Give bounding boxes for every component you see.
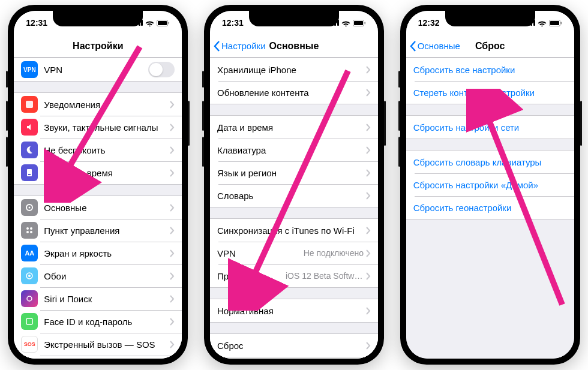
row-notifications[interactable]: Уведомления: [14, 93, 182, 116]
row-label: VPN: [217, 248, 304, 258]
phone-frame-2: 12:31 Настройки Основные Хранилище iPhon…: [204, 5, 384, 365]
row-vpn[interactable]: VPN VPN: [14, 58, 182, 81]
row-background-refresh[interactable]: Обновление контента: [210, 81, 378, 104]
svg-rect-5: [28, 174, 31, 175]
row-reset-location[interactable]: Сбросить геонастройки: [406, 196, 574, 219]
row-label: Не беспокоить: [44, 145, 170, 155]
back-label: Настройки: [221, 41, 266, 51]
row-general[interactable]: Основные: [14, 196, 182, 219]
chevron-right-icon: [366, 124, 371, 131]
row-regulatory[interactable]: Нормативная: [210, 299, 378, 322]
svg-point-14: [27, 296, 32, 301]
row-label: Сбросить словарь клавиатуры: [413, 157, 567, 167]
row-label: Синхронизация с iTunes по Wi-Fi: [217, 225, 366, 236]
row-sos[interactable]: SOS Экстренный вызов — SOS: [14, 333, 182, 356]
chevron-right-icon: [366, 227, 371, 234]
back-button[interactable]: Настройки: [214, 41, 266, 52]
row-storage[interactable]: Хранилище iPhone: [210, 58, 378, 81]
control-center-icon: [21, 222, 38, 239]
row-profile[interactable]: ПрофильiOS 12 Beta Software Profile: [210, 264, 378, 287]
chevron-right-icon: [366, 272, 371, 280]
svg-rect-1: [158, 21, 167, 25]
svg-point-13: [28, 275, 31, 277]
svg-rect-25: [560, 22, 562, 24]
row-faceid[interactable]: Face ID и код-пароль: [14, 310, 182, 333]
row-label: Сбросить настройки «Домой»: [413, 180, 567, 190]
row-wallpaper[interactable]: Обои: [14, 264, 182, 287]
row-label: Дата и время: [217, 122, 366, 133]
wifi-icon: [341, 20, 350, 26]
row-label: Словарь: [217, 191, 366, 201]
row-reset-network[interactable]: Сбросить настройки сети: [406, 116, 574, 139]
row-erase-all[interactable]: Стереть контент и настройки: [406, 81, 574, 104]
svg-point-9: [30, 227, 32, 230]
svg-rect-20: [354, 21, 363, 25]
row-keyboard[interactable]: Клавиатура: [210, 139, 378, 161]
chevron-right-icon: [170, 249, 175, 257]
wifi-icon: [538, 20, 547, 26]
chevron-right-icon: [366, 307, 371, 315]
row-detail: iOS 12 Beta Software Profile: [286, 271, 364, 281]
row-screentime[interactable]: Экранное время: [14, 161, 182, 184]
chevron-right-icon: [366, 89, 371, 97]
svg-point-10: [26, 231, 29, 233]
row-label: Уведомления: [44, 100, 170, 110]
row-datetime[interactable]: Дата и время: [210, 116, 378, 139]
svg-rect-15: [26, 318, 32, 324]
row-reset-home[interactable]: Сбросить настройки «Домой»: [406, 173, 574, 196]
row-label: Экстренный вызов — SOS: [44, 339, 170, 350]
row-label: Хранилище iPhone: [217, 65, 366, 75]
settings-list[interactable]: VPN VPN Уведомления Звуки, тактильные си…: [14, 58, 182, 359]
row-reset-keyboard-dict[interactable]: Сбросить словарь клавиатуры: [406, 151, 574, 173]
svg-point-7: [29, 207, 31, 209]
row-label: VPN: [44, 65, 148, 75]
svg-rect-2: [169, 22, 170, 24]
notch: [445, 11, 535, 26]
faceid-icon: [21, 313, 38, 330]
row-control-center[interactable]: Пункт управления: [14, 219, 182, 242]
reset-list[interactable]: Сбросить все настройки Стереть контент и…: [406, 58, 574, 359]
row-dnd[interactable]: Не беспокоить: [14, 139, 182, 161]
battery-icon: [549, 20, 562, 26]
battery-icon: [157, 20, 170, 26]
row-vpn-setting[interactable]: VPNНе подключено: [210, 242, 378, 264]
vpn-toggle[interactable]: [148, 62, 175, 77]
status-time: 12:32: [418, 18, 440, 28]
chevron-right-icon: [170, 272, 175, 280]
wifi-icon: [145, 20, 154, 26]
row-battery[interactable]: Аккумулятор: [14, 356, 182, 359]
back-label: Основные: [418, 41, 460, 51]
chevron-right-icon: [366, 66, 371, 74]
row-siri[interactable]: Siri и Поиск: [14, 287, 182, 310]
row-label: Siri и Поиск: [44, 294, 170, 304]
notch: [53, 11, 143, 26]
status-time: 12:31: [222, 18, 244, 28]
page-title: Основные: [269, 41, 319, 52]
status-time: 12:31: [26, 18, 47, 28]
svg-point-8: [26, 227, 29, 230]
row-sounds[interactable]: Звуки, тактильные сигналы: [14, 116, 182, 139]
row-dictionary[interactable]: Словарь: [210, 184, 378, 207]
chevron-right-icon: [366, 146, 371, 154]
row-reset-all-settings[interactable]: Сбросить все настройки: [406, 58, 574, 81]
row-detail: Не подключено: [304, 248, 364, 258]
row-label: Стереть контент и настройки: [413, 88, 567, 98]
general-list[interactable]: Хранилище iPhone Обновление контента Дат…: [210, 58, 378, 359]
row-reset[interactable]: Сброс: [210, 334, 378, 357]
row-label: Основные: [44, 203, 170, 213]
row-label: Сбросить настройки сети: [413, 122, 567, 133]
display-icon: AA: [21, 245, 38, 261]
chevron-right-icon: [170, 318, 175, 326]
row-label: Язык и регион: [217, 168, 366, 178]
phone-frame-1: 12:31 Настройки VPN VPN Уведомлен: [8, 5, 188, 365]
row-label: Обои: [44, 271, 170, 281]
back-button[interactable]: Основные: [410, 41, 460, 52]
row-language[interactable]: Язык и регион: [210, 161, 378, 184]
chevron-right-icon: [170, 227, 175, 234]
row-display[interactable]: AA Экран и яркость: [14, 242, 182, 264]
navbar: Основные Сброс: [406, 35, 574, 58]
svg-point-11: [30, 231, 32, 233]
chevron-right-icon: [366, 342, 371, 350]
row-itunes-wifi[interactable]: Синхронизация с iTunes по Wi-Fi: [210, 219, 378, 242]
row-shutdown[interactable]: Выключить: [210, 357, 378, 359]
